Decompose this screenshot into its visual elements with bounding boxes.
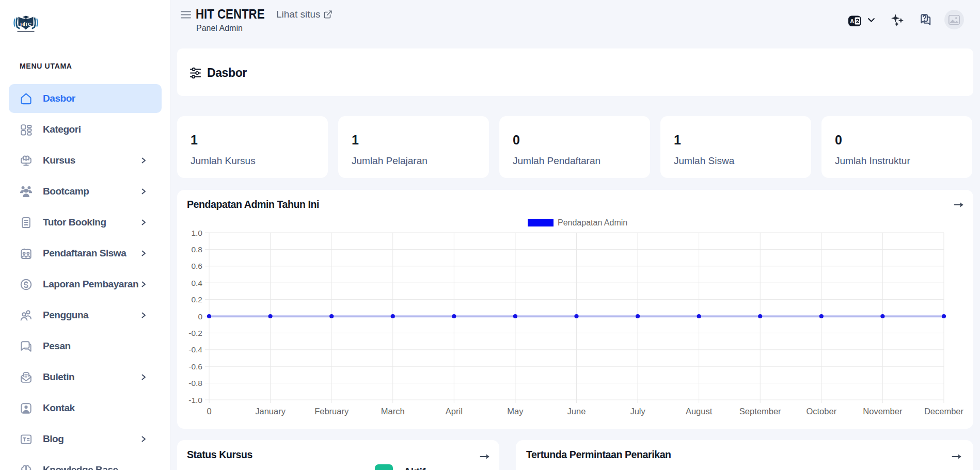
svg-text:October: October bbox=[806, 407, 836, 416]
svg-text:0: 0 bbox=[198, 312, 202, 321]
svg-text:May: May bbox=[507, 407, 524, 416]
svg-text:HiTC: HiTC bbox=[20, 21, 31, 27]
svg-text:0.8: 0.8 bbox=[191, 245, 202, 254]
svg-text:1.0: 1.0 bbox=[191, 229, 202, 237]
svg-text:A: A bbox=[850, 18, 854, 24]
svg-text:-0.6: -0.6 bbox=[188, 362, 202, 371]
svg-text:July: July bbox=[630, 407, 645, 416]
svg-text:-0.4: -0.4 bbox=[188, 345, 202, 354]
svg-text:March: March bbox=[381, 407, 405, 416]
svg-text:August: August bbox=[686, 407, 713, 416]
svg-text:December: December bbox=[924, 407, 964, 416]
svg-text:April: April bbox=[446, 407, 463, 416]
svg-text:-0.2: -0.2 bbox=[188, 329, 202, 337]
svg-text:-1.0: -1.0 bbox=[188, 396, 202, 404]
svg-text:0: 0 bbox=[207, 407, 211, 416]
svg-text:November: November bbox=[863, 407, 903, 416]
svg-text:0.6: 0.6 bbox=[191, 262, 202, 270]
svg-text:September: September bbox=[739, 407, 781, 416]
svg-text:0.4: 0.4 bbox=[191, 279, 202, 287]
svg-text:Pendapatan Admin: Pendapatan Admin bbox=[558, 218, 627, 227]
svg-text:-0.8: -0.8 bbox=[188, 379, 202, 387]
svg-text:February: February bbox=[314, 407, 349, 416]
svg-text:January: January bbox=[255, 407, 286, 416]
svg-text:0.2: 0.2 bbox=[191, 295, 202, 304]
svg-text:June: June bbox=[567, 407, 586, 416]
